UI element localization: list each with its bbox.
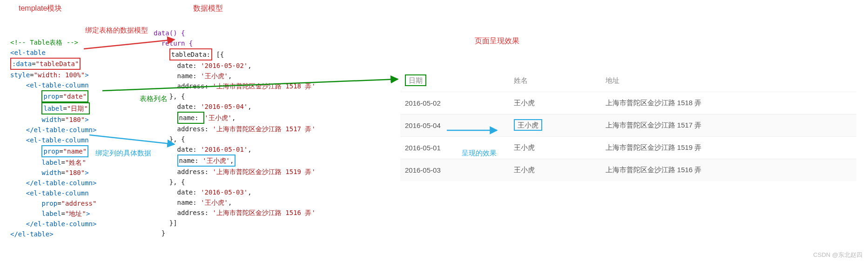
col3-prop-val: "address" (61, 200, 97, 207)
r3-name-v: '王小虎' (202, 157, 230, 164)
cell-date: 2016-05-01 (400, 137, 509, 159)
r2-addr-v: '上海市普陀区金沙江路 1517 弄' (212, 125, 315, 133)
cell-address: 上海市普陀区金沙江路 1517 弄 (601, 114, 856, 137)
style-val: "width: 100%" (34, 71, 85, 79)
r1-name-v: '王小虎' (201, 72, 228, 80)
col2-prop-val: "name" (63, 148, 87, 155)
th-date: 日期 (400, 70, 509, 92)
col1-close: </el-table-column> (26, 126, 97, 134)
c: , (228, 72, 232, 80)
col3-close: </el-table-column> (26, 220, 97, 228)
cell-date: 2016-05-03 (400, 159, 509, 181)
col2-label: label (41, 159, 61, 166)
cell-address: 上海市普陀区金沙江路 1516 弄 (601, 159, 856, 181)
r3-date-v: '2016-05-01' (201, 146, 248, 153)
col3-label: label (41, 210, 61, 217)
col3-prop: prop (41, 200, 57, 207)
table-row: 2016-05-01 王小虎 上海市普陀区金沙江路 1519 弄 (400, 137, 856, 159)
cell-date: 2016-05-04 (400, 114, 509, 137)
heading-template: template模块 (19, 4, 62, 13)
r2-date-v: '2016-05-04' (201, 103, 248, 110)
c: , (232, 114, 236, 121)
annot-bind-model: 绑定表格的数据模型 (85, 26, 148, 35)
r1-date-v: '2016-05-02' (201, 62, 248, 69)
col1-prop: prop (43, 93, 59, 100)
r1-addr-v: '上海市普陀区金沙江路 1518 弄' (212, 82, 315, 90)
sep2: }, { (169, 135, 185, 143)
c: , (248, 146, 251, 153)
sep1: }, { (169, 93, 185, 100)
col2-width: width (41, 169, 61, 176)
col2-prop: prop (43, 148, 59, 155)
r4-date-v: '2016-05-03' (201, 188, 248, 196)
code-comment: <!-- Table表格 --> (10, 39, 78, 46)
data-attr-val: "tableData" (36, 60, 79, 67)
th-name: 姓名 (509, 70, 600, 92)
r4-name-k: name: (177, 199, 201, 206)
cell-address: 上海市普陀区金沙江路 1519 弄 (601, 137, 856, 159)
col2-width-val: "180" (65, 169, 85, 176)
data-fn: data() { (154, 29, 185, 37)
r2-name-k: name: (179, 114, 203, 121)
cell-date: 2016-05-02 (400, 92, 509, 114)
data-attr-name: :data (12, 60, 32, 67)
col1-width-val: "180" (65, 116, 85, 123)
brace-close: } (161, 229, 165, 237)
cell-address: 上海市普陀区金沙江路 1518 弄 (601, 92, 856, 114)
c: , (228, 199, 232, 206)
col1-open: <el-table-column (26, 81, 89, 89)
col1-label-val: "日期" (67, 105, 88, 112)
c: , (248, 103, 251, 110)
table-row: 2016-05-02 王小虎 上海市普陀区金沙江路 1518 弄 (400, 92, 856, 114)
gt: > (85, 71, 88, 79)
col3-label-val: "地址" (65, 210, 86, 217)
cell-name: 王小虎 (509, 137, 600, 159)
col3-open: <el-table-column (26, 189, 89, 197)
cell-name: 王小虎 (509, 159, 600, 181)
col1-prop-val: "date" (63, 93, 87, 100)
annot-bind-col-data: 绑定列的具体数据 (95, 149, 151, 158)
table-row: 2016-05-03 王小虎 上海市普陀区金沙江路 1516 弄 (400, 159, 856, 181)
el-table-open: <el-table (10, 49, 46, 56)
cell-name: 王小虎 (509, 114, 600, 137)
sep3: }, { (169, 178, 185, 186)
r2-date-k: date: (177, 103, 201, 110)
code-template: <!-- Table表格 --> <el-table :data="tableD… (10, 27, 96, 239)
c: , (248, 188, 251, 196)
r4-addr-v: '上海市普陀区金沙江路 1516 弄' (212, 209, 315, 216)
col1-width: width (41, 116, 61, 123)
r1-addr-k: address: (177, 82, 213, 90)
th-address: 地址 (601, 70, 856, 92)
r2-addr-k: address: (177, 125, 213, 133)
watermark: CSDN @东北赵四 (813, 251, 862, 259)
table-row: 2016-05-04 王小虎 上海市普陀区金沙江路 1517 弄 (400, 114, 856, 137)
el-table-close: </el-table> (10, 230, 54, 238)
style-attr: style (10, 71, 30, 79)
r1-date-k: date: (177, 62, 201, 69)
r4-addr-k: address: (177, 209, 213, 216)
heading-datamodel: 数据模型 (193, 4, 223, 13)
c: , (230, 157, 234, 164)
c: , (248, 62, 251, 69)
r3-addr-k: address: (177, 168, 213, 175)
r3-name-k: name: (179, 157, 203, 164)
r3-date-k: date: (177, 146, 201, 153)
r4-name-v: '王小虎' (201, 199, 228, 206)
tabledata-key: tableData: (171, 51, 210, 58)
eq: = (32, 60, 35, 67)
arr-open: [{ (212, 51, 224, 58)
r1-name-k: name: (177, 72, 201, 80)
r3-addr-v: '上海市普陀区金沙江路 1519 弄' (212, 168, 315, 175)
col2-label-val: "姓名" (65, 159, 86, 166)
col1-label: label (43, 105, 63, 112)
annot-col-name: 表格列名 (140, 94, 168, 103)
cell-name: 王小虎 (509, 92, 600, 114)
code-data: data() { return { tableData: [{ date: '2… (154, 18, 316, 238)
col2-open: <el-table-column (26, 136, 89, 144)
arr-close: }] (169, 219, 177, 227)
col2-close: </el-table-column> (26, 179, 97, 187)
r2-name-v: '王小虎' (204, 114, 232, 121)
rendered-table: 日期 姓名 地址 2016-05-02 王小虎 上海市普陀区金沙江路 1518 … (400, 70, 856, 181)
return: return { (161, 40, 193, 47)
r4-date-k: date: (177, 188, 201, 196)
